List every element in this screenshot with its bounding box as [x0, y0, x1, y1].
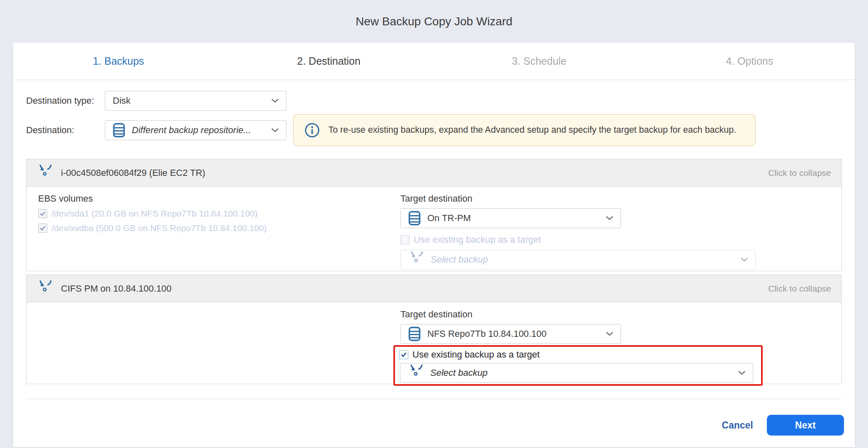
chevron-down-icon — [738, 371, 745, 375]
backup-group-cifs: CIFS PM on 10.84.100.100 Click to collap… — [26, 275, 842, 384]
collapse-hint[interactable]: Click to collapse — [768, 168, 831, 178]
backup-group-body: EBS volumes /dev/sda1 (20.0 GB on NFS Re… — [26, 187, 842, 271]
wizard-steps: 1. Backups 2. Destination 3. Schedule 4.… — [13, 43, 855, 80]
backup-icon — [37, 280, 53, 297]
footer-divider — [26, 399, 842, 399]
select-backup-dropdown[interactable]: Select backup — [400, 363, 753, 383]
use-existing-backup-checkbox[interactable] — [399, 350, 408, 359]
destination-type-label: Destination type: — [26, 91, 94, 111]
destination-label: Destination: — [26, 120, 74, 140]
target-destination-value: NFS Repo7Tb 10.84.100.100 — [427, 329, 546, 339]
page-title: New Backup Copy Job Wizard — [0, 15, 868, 28]
select-backup-dropdown: Select backup — [400, 250, 756, 270]
use-existing-backup-label: Use existing backup as a target — [412, 349, 540, 360]
repository-icon — [113, 123, 125, 138]
use-existing-backup-label: Use existing backup as a target — [414, 234, 541, 245]
step-schedule[interactable]: 3. Schedule — [434, 43, 645, 80]
chevron-down-icon — [741, 258, 748, 262]
collapse-hint[interactable]: Click to collapse — [768, 284, 831, 294]
backup-icon — [37, 165, 53, 181]
backup-group-header[interactable]: CIFS PM on 10.84.100.100 Click to collap… — [26, 275, 842, 302]
backup-group-title: CIFS PM on 10.84.100.100 — [61, 283, 172, 294]
info-message: To re-use existing backups, expand the A… — [320, 125, 744, 135]
destination-select[interactable]: Different backup repositorie... — [105, 120, 286, 140]
select-backup-placeholder: Select backup — [431, 254, 488, 265]
target-column: Target destination On TR-PM Use existing… — [400, 193, 756, 270]
chevron-down-icon — [606, 332, 613, 336]
info-icon — [304, 122, 320, 138]
volume-row: /dev/xvdba (500.0 GB on NFS Repo7Tb 10.8… — [38, 223, 267, 234]
backup-icon — [408, 365, 424, 381]
use-existing-backup-checkbox — [400, 235, 410, 244]
backup-icon — [408, 251, 424, 268]
destination-value: Different backup repositorie... — [132, 125, 251, 136]
repository-icon — [408, 326, 421, 341]
backup-group-ec2: i-00c4508ef06084f29 (Elie EC2 TR) Click … — [26, 159, 842, 271]
volume-label: /dev/xvdba (500.0 GB on NFS Repo7Tb 10.8… — [51, 223, 267, 233]
volume-checkbox — [38, 209, 47, 218]
target-destination-value: On TR-PM — [427, 213, 471, 224]
target-destination-select[interactable]: NFS Repo7Tb 10.84.100.100 — [400, 324, 621, 344]
volume-label: /dev/sda1 (20.0 GB on NFS Repo7Tb 10.84.… — [51, 209, 257, 219]
target-destination-select[interactable]: On TR-PM — [400, 208, 621, 228]
highlight-red-box: Use existing backup as a target Select b… — [393, 345, 763, 386]
backup-group-title: i-00c4508ef06084f29 (Elie EC2 TR) — [61, 168, 205, 178]
volume-row: /dev/sda1 (20.0 GB on NFS Repo7Tb 10.84.… — [38, 208, 267, 219]
step-options[interactable]: 4. Options — [645, 43, 855, 80]
destination-type-value: Disk — [113, 95, 131, 106]
step-backups[interactable]: 1. Backups — [13, 43, 224, 80]
target-destination-label: Target destination — [400, 193, 756, 204]
volumes-header: EBS volumes — [38, 193, 267, 204]
chevron-down-icon — [272, 99, 279, 103]
chevron-down-icon — [606, 216, 613, 220]
info-banner: To re-use existing backups, expand the A… — [293, 114, 756, 146]
next-button[interactable]: Next — [767, 415, 844, 436]
volumes-column: EBS volumes /dev/sda1 (20.0 GB on NFS Re… — [38, 193, 267, 237]
select-backup-placeholder: Select backup — [430, 368, 487, 378]
target-destination-label: Target destination — [400, 309, 621, 320]
backup-group-header[interactable]: i-00c4508ef06084f29 (Elie EC2 TR) Click … — [26, 159, 842, 187]
backup-group-body: Target destination NFS Repo7Tb 10.84.100… — [26, 302, 842, 384]
chevron-down-icon — [272, 128, 279, 132]
cancel-button[interactable]: Cancel — [706, 415, 769, 436]
destination-type-select[interactable]: Disk — [105, 91, 286, 111]
step-destination[interactable]: 2. Destination — [224, 43, 434, 80]
volume-checkbox — [38, 224, 47, 233]
wizard-card: 1. Backups 2. Destination 3. Schedule 4.… — [13, 43, 855, 447]
repository-icon — [408, 211, 421, 226]
use-existing-backup-row: Use existing backup as a target — [400, 234, 756, 246]
target-column: Target destination NFS Repo7Tb 10.84.100… — [400, 309, 621, 344]
use-existing-backup-row: Use existing backup as a target — [399, 349, 761, 360]
